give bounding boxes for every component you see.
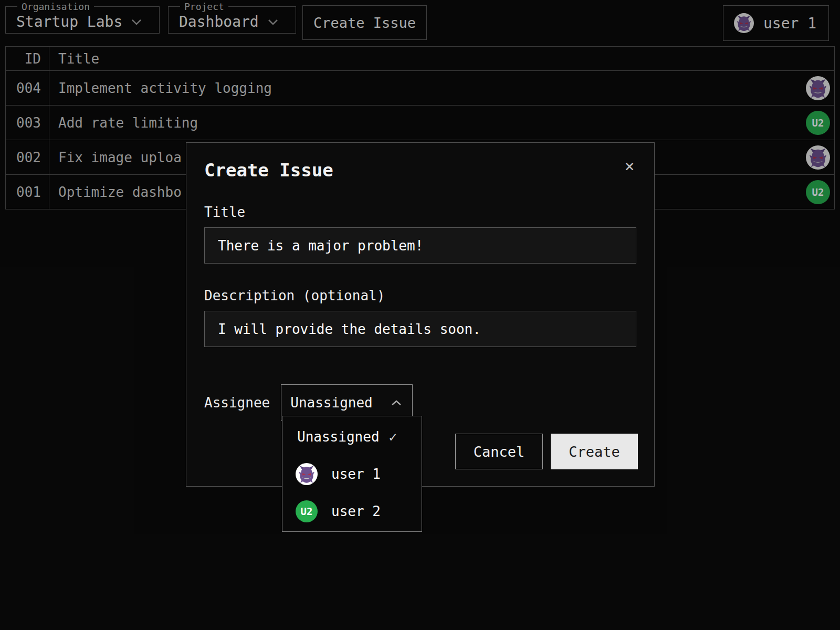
- chevron-up-icon: [390, 399, 403, 407]
- dropdown-item-label: user 1: [331, 466, 381, 482]
- user1-monster-avatar-icon: [296, 463, 318, 485]
- assignee-selected-value: Unassigned: [290, 395, 373, 411]
- create-button[interactable]: Create: [551, 434, 638, 469]
- dropdown-item-label: Unassigned: [297, 429, 380, 445]
- cancel-button[interactable]: Cancel: [455, 434, 543, 469]
- user2-avatar-badge: U2: [296, 500, 318, 522]
- assignee-field-label: Assignee: [204, 395, 270, 411]
- modal-title: Create Issue: [204, 160, 636, 181]
- title-field-label: Title: [204, 204, 636, 220]
- close-icon[interactable]: ✕: [622, 158, 637, 174]
- assignee-dropdown-menu: Unassigned ✓ user 1 U2 user 2: [282, 416, 422, 532]
- dropdown-item-unassigned[interactable]: Unassigned ✓: [282, 419, 422, 454]
- check-icon: ✓: [389, 429, 397, 445]
- title-input[interactable]: [204, 227, 636, 264]
- app-root: Organisation Startup Labs Project Dashbo…: [0, 0, 840, 630]
- dropdown-item-user1[interactable]: user 1: [282, 457, 422, 491]
- dropdown-item-user2[interactable]: U2 user 2: [282, 494, 422, 528]
- description-field-label: Description (optional): [204, 288, 636, 303]
- description-input[interactable]: [204, 311, 636, 347]
- dropdown-item-label: user 2: [331, 503, 381, 519]
